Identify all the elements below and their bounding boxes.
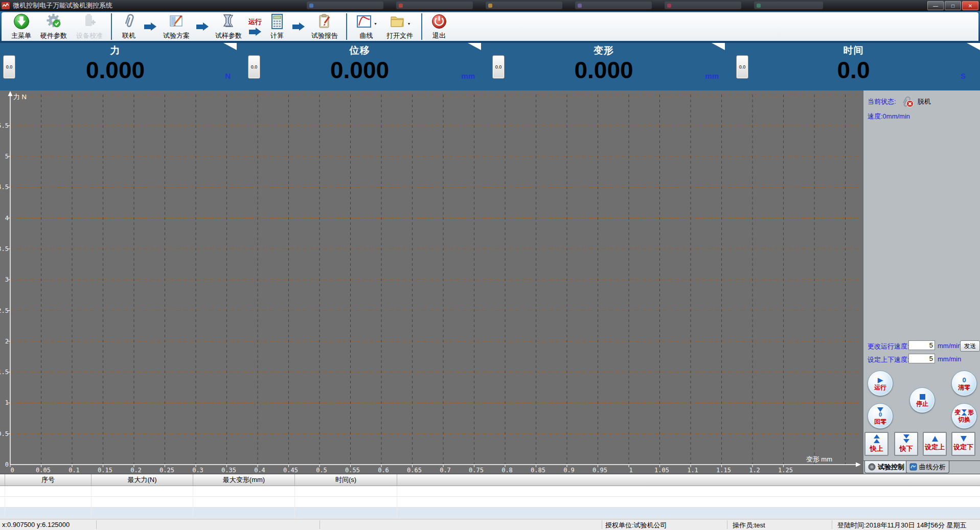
run-speed-input[interactable] bbox=[908, 340, 935, 350]
table-row[interactable] bbox=[0, 508, 980, 518]
test-control-icon bbox=[868, 463, 876, 471]
svg-text:1: 1 bbox=[629, 467, 632, 474]
svg-text:2.5: 2.5 bbox=[0, 307, 9, 314]
table-cell bbox=[193, 486, 295, 496]
displacement-panel-title: 位移 bbox=[260, 44, 481, 57]
connect-icon bbox=[120, 12, 138, 31]
displacement-value: 0.000 bbox=[260, 57, 481, 83]
table-row[interactable] bbox=[0, 497, 980, 508]
test-curve-chart[interactable]: 00.511.522.533.544.555.500.050.10.150.20… bbox=[0, 90, 863, 474]
current-status-label: 当前状态: bbox=[868, 97, 896, 106]
toolbar-button-sample-params[interactable]: 试样参数 bbox=[211, 13, 246, 40]
toolbar-button-connect[interactable]: 联机 bbox=[116, 13, 142, 40]
deformation-unit: mm bbox=[705, 72, 719, 80]
device-calibration-icon bbox=[81, 12, 98, 31]
results-table[interactable]: 序号最大力(N)最大变形(mm)时间(s) bbox=[0, 474, 980, 519]
toolbar-button-test-report[interactable]: 试验报告 bbox=[307, 13, 343, 40]
toolbar-button-exit[interactable]: 退出 bbox=[426, 13, 452, 40]
deformation-switch-button[interactable]: 变 形 切换 bbox=[951, 403, 977, 429]
statusbar-divider bbox=[602, 520, 602, 529]
svg-text:0.45: 0.45 bbox=[283, 467, 298, 474]
toolbar-button-label: 计算 bbox=[270, 31, 284, 40]
time-panel-title: 时间 bbox=[748, 44, 980, 57]
run-flow-label: 运行 bbox=[248, 17, 262, 27]
run-speed-unit: mm/min bbox=[938, 342, 961, 350]
svg-text:0.2: 0.2 bbox=[130, 467, 142, 474]
results-table-header: 序号最大力(N)最大变形(mm)时间(s) bbox=[0, 474, 980, 486]
svg-text:0.95: 0.95 bbox=[592, 467, 607, 474]
svg-text:变形 mm: 变形 mm bbox=[806, 455, 832, 463]
close-button[interactable]: ✕ bbox=[962, 1, 978, 10]
table-cell bbox=[295, 486, 397, 496]
fast-up-button[interactable]: 快上 bbox=[864, 432, 888, 456]
toolbar-button-label: 退出 bbox=[432, 31, 446, 40]
clear-zero-button[interactable]: 0 清零 bbox=[951, 371, 977, 396]
dropdown-caret-icon[interactable]: ▼ bbox=[374, 22, 377, 26]
exit-icon bbox=[430, 12, 448, 31]
svg-text:0.5: 0.5 bbox=[0, 430, 9, 437]
toolbar-button-main-menu[interactable]: 主菜单 bbox=[7, 13, 36, 40]
return-zero-button[interactable]: 0 回零 bbox=[868, 403, 893, 429]
cursor-coordinates: x:0.907500 y:6.125000 bbox=[2, 521, 70, 528]
time-gauge-indicator[interactable]: 0.0 bbox=[736, 55, 748, 79]
current-status-value: 脱机 bbox=[918, 97, 931, 106]
panel-corner-notch bbox=[967, 43, 980, 50]
svg-text:0.75: 0.75 bbox=[469, 467, 484, 474]
svg-text:0.55: 0.55 bbox=[345, 467, 360, 474]
main-menu-icon bbox=[13, 12, 30, 31]
svg-text:1.25: 1.25 bbox=[778, 467, 793, 474]
set-up-button[interactable]: 设定上 bbox=[923, 432, 947, 456]
column-header-filler bbox=[397, 474, 980, 486]
background-window-fragment bbox=[754, 2, 823, 9]
svg-text:0.9: 0.9 bbox=[563, 467, 575, 474]
background-window-fragment bbox=[307, 2, 383, 9]
toolbar-button-device-calibration: 设备校准 bbox=[72, 13, 107, 40]
toolbar-button-hardware-params[interactable]: 硬件参数 bbox=[36, 13, 72, 40]
down-arrow-icon bbox=[961, 436, 967, 442]
svg-text:0.05: 0.05 bbox=[36, 467, 51, 474]
displacement-gauge-indicator[interactable]: 0.0 bbox=[248, 55, 260, 79]
svg-text:0.7: 0.7 bbox=[440, 467, 451, 474]
tab-curve-analysis[interactable]: 曲线分析 bbox=[906, 461, 949, 473]
stop-button[interactable]: 停止 bbox=[909, 387, 935, 413]
toolbar-button-test-plan[interactable]: 试验方案 bbox=[158, 13, 194, 40]
table-cell bbox=[295, 508, 397, 518]
background-window-fragment bbox=[486, 2, 562, 9]
svg-text:1.5: 1.5 bbox=[0, 368, 9, 376]
svg-text:0.3: 0.3 bbox=[192, 467, 203, 474]
force-gauge-indicator[interactable]: 0.0 bbox=[3, 55, 15, 79]
deformation-gauge-indicator[interactable]: 0.0 bbox=[492, 55, 505, 79]
table-cell-filler bbox=[397, 508, 980, 518]
svg-text:0.4: 0.4 bbox=[254, 467, 265, 474]
run-speed-label: 更改运行速度: bbox=[868, 342, 909, 351]
sample-params-icon bbox=[220, 12, 237, 31]
offline-status-icon bbox=[899, 96, 915, 108]
send-button[interactable]: 发送 bbox=[960, 340, 980, 352]
force-panel-title: 力 bbox=[15, 44, 237, 57]
table-cell bbox=[5, 486, 92, 496]
svg-text:1.2: 1.2 bbox=[749, 467, 760, 474]
tab-test-control[interactable]: 试验控制 bbox=[864, 461, 908, 473]
dropdown-caret-icon[interactable]: ▼ bbox=[407, 22, 411, 26]
run-button[interactable]: ▶ 运行 bbox=[868, 371, 893, 396]
table-cell bbox=[193, 508, 295, 518]
toolbar-button-curve[interactable]: ▼曲线 bbox=[351, 13, 382, 40]
toolbar-button-calculate[interactable]: 计算 bbox=[264, 13, 290, 40]
set-down-button[interactable]: 设定下 bbox=[951, 432, 975, 456]
svg-text:0.25: 0.25 bbox=[159, 467, 174, 474]
calculator-icon bbox=[268, 12, 286, 31]
title-bar: 微机控制电子万能试验机测控系统 — □ ✕ bbox=[0, 0, 980, 11]
test-plan-icon bbox=[168, 12, 185, 31]
double-down-arrow-icon bbox=[903, 434, 909, 443]
table-cell bbox=[92, 497, 193, 507]
maximize-button[interactable]: □ bbox=[945, 1, 961, 10]
toolbar-button-open-file[interactable]: ▼打开文件 bbox=[382, 13, 418, 40]
table-row[interactable] bbox=[0, 486, 980, 497]
toolbar: 主菜单硬件参数设备校准联机试验方案试样参数运行计算试验报告▼曲线▼打开文件退出 bbox=[2, 12, 978, 41]
speed-readout: 速度:0mm/min bbox=[868, 112, 910, 121]
updown-speed-input[interactable] bbox=[908, 354, 935, 363]
fast-down-button[interactable]: 快下 bbox=[894, 432, 918, 456]
svg-text:1.05: 1.05 bbox=[654, 467, 669, 474]
table-cell bbox=[0, 486, 5, 496]
minimize-button[interactable]: — bbox=[927, 1, 944, 10]
